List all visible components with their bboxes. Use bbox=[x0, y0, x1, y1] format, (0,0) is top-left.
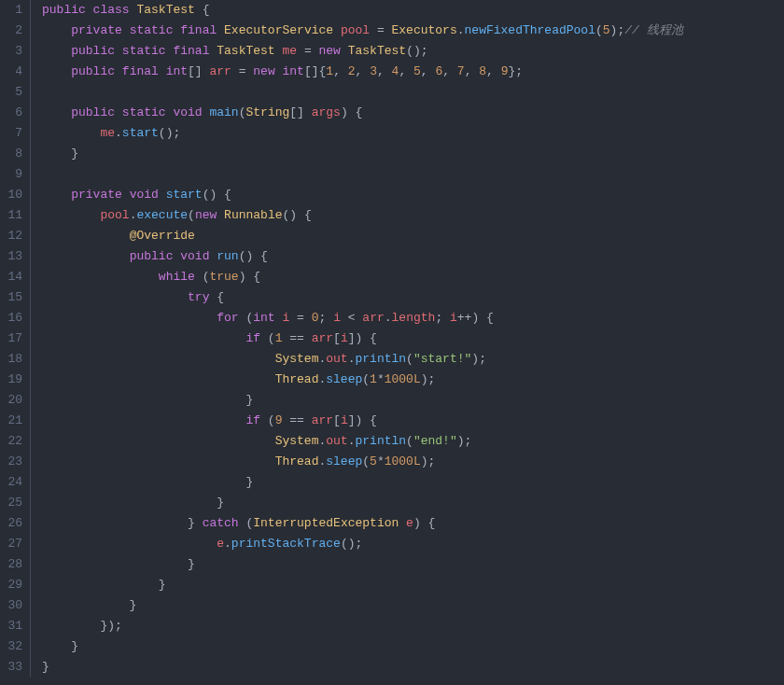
code-line: } bbox=[42, 493, 683, 513]
code-line: Thread.sleep(1*1000L); bbox=[42, 370, 683, 390]
line-number: 7 bbox=[0, 123, 22, 144]
code-line: } catch (InterruptedException e) { bbox=[42, 513, 683, 534]
code-line: public class TaskTest { bbox=[42, 0, 683, 21]
line-number: 14 bbox=[0, 267, 22, 287]
code-line: pool.execute(new Runnable() { bbox=[42, 205, 683, 226]
code-line: for (int i = 0; i < arr.length; i++) { bbox=[42, 308, 683, 329]
code-line: System.out.println("start!"); bbox=[42, 349, 683, 370]
code-line: } bbox=[42, 636, 683, 657]
line-number: 28 bbox=[0, 554, 22, 575]
line-number: 4 bbox=[0, 62, 22, 82]
line-number-gutter: 1234567891011121314151617181920212223242… bbox=[0, 0, 31, 678]
code-line: System.out.println("end!"); bbox=[42, 431, 683, 452]
code-line: } bbox=[42, 554, 683, 575]
line-number: 5 bbox=[0, 82, 22, 103]
code-line: @Override bbox=[42, 226, 683, 246]
line-number: 30 bbox=[0, 595, 22, 616]
code-editor: 1234567891011121314151617181920212223242… bbox=[0, 0, 784, 678]
line-number: 25 bbox=[0, 493, 22, 513]
line-number: 29 bbox=[0, 575, 22, 595]
line-number: 32 bbox=[0, 636, 22, 657]
code-line: private void start() { bbox=[42, 185, 683, 205]
code-line: if (9 == arr[i]) { bbox=[42, 411, 683, 431]
code-line: }); bbox=[42, 616, 683, 636]
code-line: public static void main(String[] args) { bbox=[42, 103, 683, 123]
line-number: 3 bbox=[0, 41, 22, 62]
line-number: 22 bbox=[0, 431, 22, 452]
line-number: 10 bbox=[0, 185, 22, 205]
line-number: 26 bbox=[0, 513, 22, 534]
line-number: 6 bbox=[0, 103, 22, 123]
code-line: me.start(); bbox=[42, 123, 683, 144]
line-number: 9 bbox=[0, 164, 22, 185]
code-line: public final int[] arr = new int[]{1, 2,… bbox=[42, 62, 683, 82]
line-number: 27 bbox=[0, 534, 22, 554]
code-line: try { bbox=[42, 287, 683, 308]
line-number: 11 bbox=[0, 205, 22, 226]
code-line: } bbox=[42, 144, 683, 164]
line-number: 33 bbox=[0, 657, 22, 678]
line-number: 19 bbox=[0, 370, 22, 390]
line-number: 15 bbox=[0, 287, 22, 308]
line-number: 18 bbox=[0, 349, 22, 370]
code-line: private static final ExecutorService poo… bbox=[42, 21, 683, 41]
code-line bbox=[42, 82, 683, 103]
code-line: } bbox=[42, 472, 683, 493]
code-line: if (1 == arr[i]) { bbox=[42, 329, 683, 349]
line-number: 8 bbox=[0, 144, 22, 164]
line-number: 12 bbox=[0, 226, 22, 246]
code-line: Thread.sleep(5*1000L); bbox=[42, 452, 683, 472]
code-line: } bbox=[42, 657, 683, 678]
code-line: public void run() { bbox=[42, 246, 683, 267]
line-number: 17 bbox=[0, 329, 22, 349]
line-number: 24 bbox=[0, 472, 22, 493]
code-line: } bbox=[42, 575, 683, 595]
code-line bbox=[42, 164, 683, 185]
code-line: e.printStackTrace(); bbox=[42, 534, 683, 554]
line-number: 13 bbox=[0, 246, 22, 267]
line-number: 1 bbox=[0, 0, 22, 21]
code-line: while (true) { bbox=[42, 267, 683, 287]
code-line: } bbox=[42, 390, 683, 411]
code-line: public static final TaskTest me = new Ta… bbox=[42, 41, 683, 62]
line-number: 16 bbox=[0, 308, 22, 329]
line-number: 23 bbox=[0, 452, 22, 472]
line-number: 31 bbox=[0, 616, 22, 636]
line-number: 2 bbox=[0, 21, 22, 41]
code-content[interactable]: public class TaskTest { private static f… bbox=[31, 0, 683, 678]
line-number: 20 bbox=[0, 390, 22, 411]
code-line: } bbox=[42, 595, 683, 616]
line-number: 21 bbox=[0, 411, 22, 431]
